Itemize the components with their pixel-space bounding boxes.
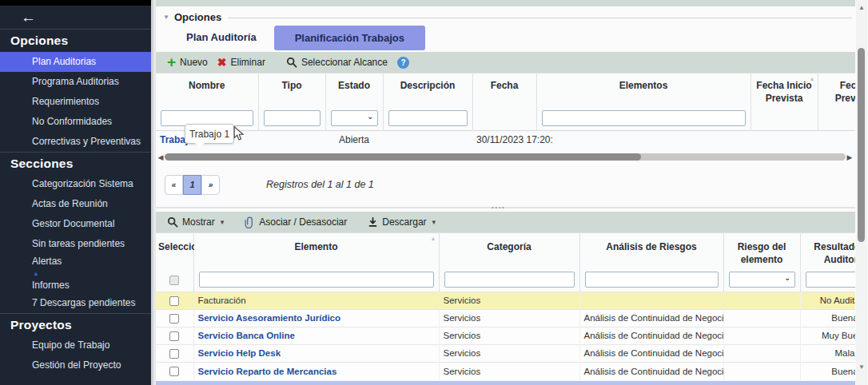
sidebar-item-alertas[interactable]: Alertas — [0, 254, 151, 269]
col-header-categoria[interactable]: Categoría — [439, 233, 579, 268]
sidebar-item-categorizacion-sistema[interactable]: Categorización Sistema — [0, 174, 151, 194]
col-header-estado[interactable]: Estado — [325, 73, 383, 106]
associate-button[interactable]: Asociar / Desasociar — [240, 216, 352, 228]
col-header-fecha-prevista[interactable]: Fecha Prevista — [818, 73, 855, 106]
new-button[interactable]: + Nuevo — [162, 56, 213, 69]
sort-asc-icon[interactable]: ▲ — [431, 235, 436, 242]
col-header-nombre[interactable]: Nombre — [156, 73, 258, 106]
filter-elemento-input[interactable] — [199, 272, 434, 288]
collapse-panel-icon[interactable]: ▼ — [163, 14, 169, 21]
table-row[interactable]: Servicio Reparto de Mercancias Servicios… — [156, 362, 855, 379]
collapse-sidebar-button[interactable]: ← — [0, 6, 151, 30]
col-header-tipo[interactable]: Tipo — [258, 73, 325, 106]
sidebar-item-no-conformidades[interactable]: No Conformidades — [0, 112, 151, 132]
bottom-scroll-strip[interactable] — [156, 381, 855, 385]
scroll-down-icon[interactable]: ▼ — [856, 363, 867, 371]
filter-estado-select[interactable]: ⌄ — [331, 110, 378, 126]
filter-riesgo-select[interactable]: ⌄ — [729, 272, 795, 288]
scroll-left-icon[interactable]: ◀ — [157, 153, 165, 161]
horizontal-scrollbar[interactable]: ◀ ▶ — [157, 152, 854, 162]
delete-x-icon: ✖ — [217, 57, 227, 68]
element-analisis: Análisis de Continuidad de Negocio — [579, 362, 723, 379]
sidebar-item-informes[interactable]: Informes — [0, 278, 151, 293]
sidebar-item-plan-auditorias[interactable]: Plan Auditorias — [0, 52, 151, 72]
download-button[interactable]: Descargar ▾ — [363, 216, 440, 228]
table-row[interactable]: Servicio Asesoramiento Jurídico Servicio… — [156, 309, 855, 327]
col-header-riesgo-elemento[interactable]: Riesgo del elemento — [723, 233, 800, 268]
sidebar-item-programa-auditorias[interactable]: Programa Auditorias — [0, 72, 151, 92]
search-icon — [286, 57, 297, 68]
trabajo-row[interactable]: Trabajo 1 Abierta 30/11/2023 17:20: — [156, 130, 855, 149]
select-all-checkbox[interactable] — [169, 276, 179, 285]
col-header-resultado-ultima-auditoria[interactable]: Resultado Últ Auditoría — [800, 233, 855, 268]
col-header-fecha-inicio-prevista[interactable]: Fecha Inicio Prevista▲ — [751, 73, 818, 106]
show-button[interactable]: Mostrar ▾ — [162, 216, 229, 228]
col-header-elemento[interactable]: Elemento▲ — [193, 233, 439, 268]
element-categoria: Servicios — [439, 327, 579, 344]
select-scope-button[interactable]: Seleccionar Alcance — [281, 57, 392, 68]
filter-elementos-input[interactable] — [542, 110, 746, 126]
sidebar-item-correctivas-preventivas[interactable]: Correctivas y Preventivas — [0, 132, 151, 152]
pager-first-button[interactable]: « — [165, 175, 183, 195]
row-checkbox[interactable] — [169, 314, 179, 323]
sidebar-item-descargas-pendientes[interactable]: 7 Descargas pendientes — [0, 293, 151, 313]
sidebar-item-actas-de-reunion[interactable]: Actas de Reunión — [0, 194, 151, 214]
splitter-grip-icon[interactable]: •••• — [492, 204, 506, 210]
row-checkbox[interactable] — [169, 331, 179, 341]
sidebar-item-requerimientos[interactable]: Requerimientos — [0, 92, 151, 112]
filter-row: ⌄ — [156, 106, 855, 130]
col-header-descripcion[interactable]: Descripción — [383, 73, 472, 106]
filter-categoria-input[interactable] — [444, 272, 575, 288]
tab-planificacion-trabajos[interactable]: Planificación Trabajos — [274, 26, 425, 50]
sidebar-item-gestor-documental[interactable]: Gestor Documental — [0, 214, 151, 234]
col-header-elementos[interactable]: Elementos — [536, 73, 751, 106]
sidebar-item-gestion-del-proyecto[interactable]: Gestión del Proyecto — [0, 355, 151, 375]
pager-page-1-button[interactable]: 1 — [183, 175, 201, 195]
hscroll-track[interactable] — [165, 153, 846, 161]
delete-button[interactable]: ✖ Eliminar — [213, 57, 270, 68]
sidebar-item-sin-tareas-pendientes[interactable]: Sin tareas pendientes — [0, 234, 151, 254]
sort-asc-icon[interactable]: ▲ — [810, 75, 815, 82]
row-checkbox[interactable] — [169, 296, 179, 306]
filter-descripcion-input[interactable] — [388, 110, 468, 126]
filter-tipo-input[interactable] — [264, 110, 321, 126]
element-categoria: Servicios — [439, 292, 579, 309]
scroll-right-icon[interactable]: ▶ — [846, 153, 854, 161]
col-header-seleccionar[interactable]: Seleccionar — [156, 233, 193, 268]
pager-last-button[interactable]: » — [201, 175, 220, 195]
col-header-analisis-riesgos[interactable]: Análisis de Riesgos — [579, 233, 723, 268]
vscroll-thumb[interactable] — [858, 48, 865, 242]
download-button-label: Descargar — [382, 216, 426, 228]
paperclip-icon — [245, 216, 255, 228]
element-link[interactable]: Servicio Asesoramiento Jurídico — [198, 313, 341, 323]
records-summary: Registros del 1 al 1 de 1 — [266, 179, 374, 190]
table-row[interactable]: Servicio Banca Online Servicios Análisis… — [156, 327, 855, 344]
help-icon[interactable]: ? — [397, 57, 409, 69]
delete-button-label: Eliminar — [231, 57, 265, 68]
tab-plan-auditoria[interactable]: Plan Auditoría — [169, 27, 274, 48]
col-header-fecha[interactable]: Fecha — [472, 73, 536, 106]
table-row[interactable]: Servicio Help Desk Servicios Análisis de… — [156, 344, 855, 362]
chevron-down-icon: ▾ — [432, 218, 436, 226]
chevron-down-icon: ▾ — [221, 218, 225, 226]
back-arrow-icon: ← — [21, 10, 36, 25]
row-checkbox[interactable] — [169, 349, 179, 359]
filter-analisis-input[interactable] — [585, 272, 719, 288]
element-link[interactable]: Servicio Banca Online — [198, 331, 295, 340]
element-link[interactable]: Servicio Reparto de Mercancias — [198, 367, 337, 376]
row-checkbox[interactable] — [169, 367, 179, 376]
hscroll-thumb[interactable] — [165, 153, 641, 161]
scroll-up-icon[interactable]: ▲ — [856, 4, 867, 11]
filter-resultado-input[interactable] — [806, 272, 856, 288]
element-link[interactable]: Servicio Help Desk — [198, 348, 281, 358]
filter-row: ⌄ — [156, 268, 855, 292]
download-icon — [368, 216, 378, 228]
sidebar-item-equipo-de-trabajo[interactable]: Equipo de Trabajo — [0, 335, 151, 355]
element-riesgo — [723, 327, 800, 344]
trabajo-fecha: 30/11/2023 17:20: — [472, 130, 536, 149]
element-riesgo — [723, 292, 800, 309]
vertical-scrollbar[interactable]: ▲ ▼ — [856, 0, 867, 385]
element-categoria: Servicios — [439, 344, 579, 362]
table-row[interactable]: Facturación Servicios No Auditado — [156, 292, 855, 309]
panel-splitter[interactable]: •••• — [156, 207, 855, 210]
